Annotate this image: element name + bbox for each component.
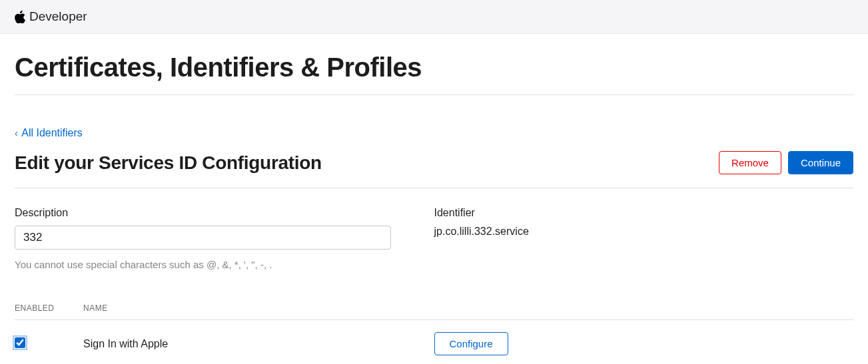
remove-button[interactable]: Remove [719, 151, 781, 174]
subheader-row: Edit your Services ID Configuration Remo… [15, 151, 853, 188]
global-header: Developer [0, 0, 868, 34]
capabilities-table: ENABLED NAME Sign In with Apple Configur… [15, 303, 853, 364]
capability-enabled-checkbox[interactable] [15, 337, 25, 348]
enabled-cell [15, 337, 83, 351]
subheader-title: Edit your Services ID Configuration [15, 152, 322, 174]
name-column-header: NAME [83, 303, 853, 313]
description-input[interactable] [15, 226, 391, 250]
identifier-column: Identifier jp.co.lilli.332.service [434, 207, 854, 270]
identifier-label: Identifier [434, 207, 854, 219]
description-label: Description [15, 207, 434, 219]
form-section: Description You cannot use special chara… [15, 188, 853, 270]
description-help-text: You cannot use special characters such a… [15, 259, 434, 270]
developer-home-link[interactable]: Developer [15, 9, 87, 24]
chevron-left-icon: ‹ [15, 128, 18, 138]
back-to-identifiers-link[interactable]: ‹ All Identifiers [15, 127, 83, 139]
apple-logo-icon [15, 11, 25, 23]
capabilities-header-row: ENABLED NAME [15, 303, 853, 320]
action-buttons: Remove Continue [719, 151, 853, 174]
capability-name-cell: Sign In with Apple [83, 338, 434, 350]
table-row: Sign In with Apple Configure [15, 320, 853, 364]
continue-button[interactable]: Continue [788, 151, 853, 174]
identifier-value: jp.co.lilli.332.service [434, 226, 854, 238]
capability-action-cell: Configure [434, 332, 854, 355]
description-column: Description You cannot use special chara… [15, 207, 434, 270]
brand-text: Developer [29, 9, 87, 24]
main-content: Certificates, Identifiers & Profiles ‹ A… [0, 34, 868, 364]
page-title: Certificates, Identifiers & Profiles [15, 34, 853, 95]
configure-button[interactable]: Configure [434, 332, 508, 355]
back-link-text: All Identifiers [21, 127, 83, 138]
enabled-column-header: ENABLED [15, 303, 83, 313]
